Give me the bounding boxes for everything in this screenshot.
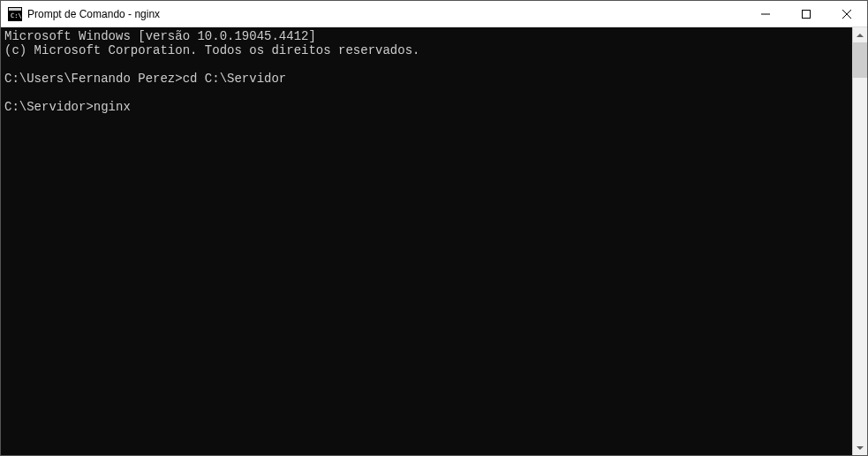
chevron-up-icon: [857, 34, 864, 37]
svg-marker-8: [857, 446, 864, 450]
maximize-button[interactable]: [786, 1, 826, 27]
svg-text:C:\: C:\: [11, 12, 22, 19]
svg-rect-1: [9, 8, 21, 11]
titlebar[interactable]: C:\ Prompt de Comando - nginx: [1, 1, 867, 27]
svg-rect-4: [803, 11, 811, 19]
scroll-track[interactable]: [853, 42, 867, 440]
cmd-icon: C:\: [8, 7, 22, 21]
scroll-thumb[interactable]: [853, 42, 867, 78]
console-area: Microsoft Windows [versão 10.0.19045.441…: [1, 27, 867, 455]
close-icon: [842, 10, 851, 19]
minimize-button[interactable]: [745, 1, 786, 27]
chevron-down-icon: [857, 446, 864, 450]
scroll-up-button[interactable]: [853, 27, 867, 42]
close-button[interactable]: [826, 1, 867, 27]
console-output[interactable]: Microsoft Windows [versão 10.0.19045.441…: [1, 27, 852, 455]
svg-marker-7: [857, 34, 864, 37]
minimize-icon: [761, 10, 770, 19]
command-prompt-window: C:\ Prompt de Comando - nginx: [0, 0, 868, 456]
window-title: Prompt de Comando - nginx: [27, 8, 160, 20]
maximize-icon: [802, 10, 811, 19]
scroll-down-button[interactable]: [853, 440, 867, 455]
vertical-scrollbar[interactable]: [852, 27, 867, 455]
window-controls: [745, 1, 867, 27]
